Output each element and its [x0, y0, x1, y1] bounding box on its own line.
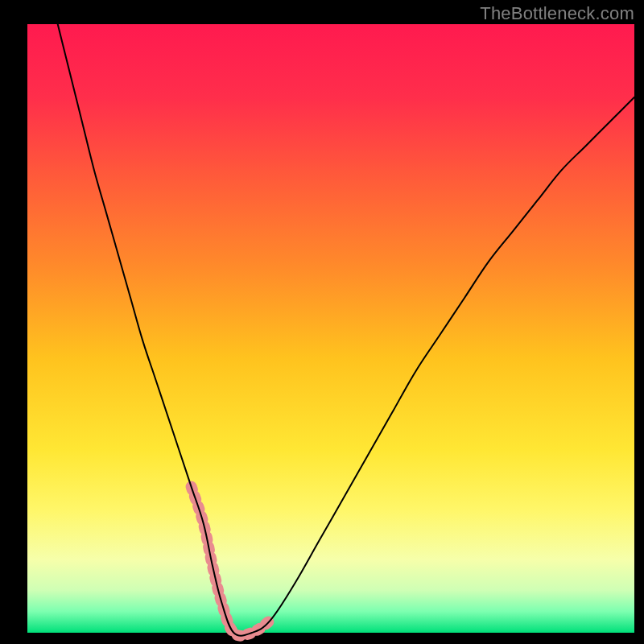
plot-background — [27, 24, 634, 633]
chart-frame: TheBottleneck.com — [0, 0, 644, 644]
watermark-text: TheBottleneck.com — [480, 3, 634, 24]
bottleneck-chart — [0, 0, 644, 644]
